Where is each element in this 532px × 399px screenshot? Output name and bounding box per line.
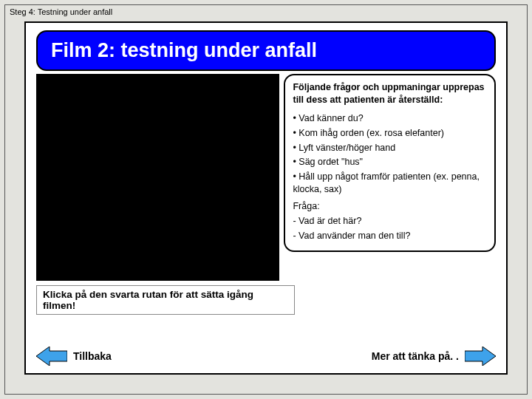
- bullet-item: • Håll upp något framför patienten (ex. …: [293, 171, 487, 196]
- title-bar: Film 2: testning under anfall: [36, 30, 496, 71]
- back-label: Tillbaka: [73, 350, 112, 362]
- content-frame: Film 2: testning under anfall Följande f…: [24, 21, 508, 375]
- video-placeholder[interactable]: [36, 74, 279, 281]
- svg-marker-1: [465, 347, 496, 366]
- instruction-panel: Följande frågor och uppmaningar upprepas…: [284, 74, 496, 252]
- svg-marker-0: [36, 347, 67, 366]
- text-column: Följande frågor och uppmaningar upprepas…: [284, 74, 496, 281]
- forward-label: Mer att tänka på. .: [372, 350, 459, 362]
- page-title: Film 2: testning under anfall: [51, 39, 481, 62]
- arrow-left-icon: [36, 347, 67, 366]
- bullet-item: • Säg ordet "hus": [293, 156, 487, 168]
- content-row: Följande frågor och uppmaningar upprepas…: [36, 74, 496, 281]
- ask-line: - Vad använder man den till?: [293, 230, 487, 242]
- instruction-intro: Följande frågor och uppmaningar upprepas…: [293, 81, 487, 106]
- ask-label: Fråga:: [293, 200, 487, 213]
- forward-button[interactable]: Mer att tänka på. .: [372, 347, 496, 366]
- video-caption: Klicka på den svarta rutan för att sätta…: [36, 285, 295, 315]
- ask-line: - Vad är det här?: [293, 215, 487, 228]
- back-button[interactable]: Tillbaka: [36, 347, 112, 366]
- slide-frame: Steg 4: Testning under anfall Film 2: te…: [4, 4, 528, 395]
- arrow-right-icon: [465, 347, 496, 366]
- nav-row: Tillbaka Mer att tänka på. .: [36, 347, 496, 366]
- bullet-item: • Lyft vänster/höger hand: [293, 142, 487, 154]
- bullet-item: • Kom ihåg orden (ex. rosa elefanter): [293, 127, 487, 140]
- video-column: [36, 74, 279, 281]
- step-label: Steg 4: Testning under anfall: [5, 5, 527, 18]
- bullet-item: • Vad känner du?: [293, 112, 487, 125]
